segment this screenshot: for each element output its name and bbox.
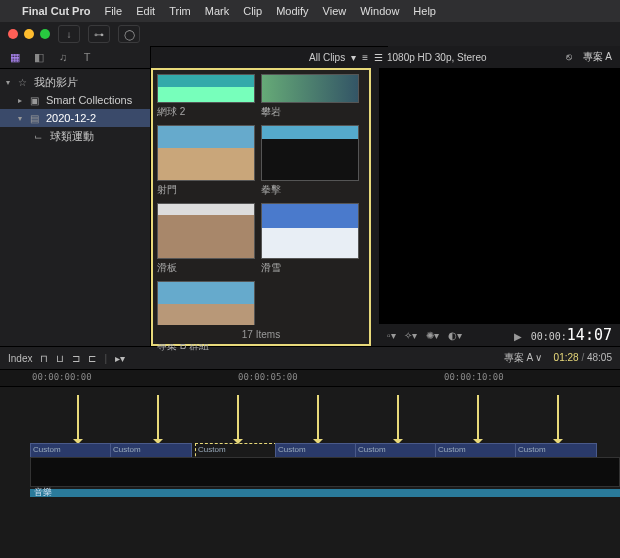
clip-thumbnail[interactable] (157, 74, 255, 103)
clip-thumbnail[interactable] (157, 125, 255, 181)
viewer-top-bar: 1080p HD 30p, Stereo ⎋ 專案 A (379, 46, 620, 68)
clip-name: 攀岩 (261, 105, 357, 119)
keyword-row[interactable]: ⌙ 球類運動 (0, 127, 150, 145)
event-icon: ▤ (30, 113, 42, 124)
render-button[interactable]: ◯ (118, 25, 140, 43)
append-clip-icon[interactable]: ⊐ (72, 353, 80, 364)
ruler-mark: 00:00:10:00 (444, 372, 504, 382)
disclosure-icon[interactable]: ▾ (18, 114, 26, 123)
annotation-arrow-icon (395, 395, 401, 449)
annotation-arrow-icon (555, 395, 561, 449)
keyword-button[interactable]: ⊶ (88, 25, 110, 43)
clip-item[interactable]: 滑雪 (261, 203, 357, 275)
browser-top-bar: All Clips ▾ ≡ ☰ (151, 46, 391, 68)
app-name[interactable]: Final Cut Pro (22, 5, 90, 17)
menu-clip[interactable]: Clip (243, 5, 262, 17)
clip-filter[interactable]: All Clips (309, 52, 345, 63)
smart-collections-label: Smart Collections (46, 94, 132, 106)
clip-browser[interactable]: ↖ 網球 2攀岩射門拳擊滑板滑雪專案 B 群組 17 Items (151, 68, 371, 346)
audio-lane[interactable]: 音樂 (30, 489, 620, 497)
chevron-down-icon[interactable]: ▾ (351, 52, 356, 63)
macos-menubar: Final Cut Pro File Edit Trim Mark Clip M… (0, 0, 620, 22)
share-icon[interactable]: ⎋ (566, 51, 572, 62)
viewer-timecode: 00:00:14:07 (531, 331, 612, 342)
insert-clip-icon[interactable]: ⊔ (56, 353, 64, 364)
photos-tab-icon[interactable]: ◧ (30, 50, 48, 64)
play-icon[interactable]: ▶ (514, 331, 522, 342)
smart-collections-row[interactable]: ▸ ▣ Smart Collections (0, 91, 150, 109)
import-button[interactable]: ↓ (58, 25, 80, 43)
zoom-button[interactable] (40, 29, 50, 39)
event-name: 2020-12-2 (46, 112, 96, 124)
library-tree: ▾ ☆ 我的影片 ▸ ▣ Smart Collections ▾ ▤ 2020-… (0, 69, 150, 149)
annotation-arrow-icon (315, 395, 321, 449)
viewer-project-name: 專案 A (583, 51, 612, 62)
titles-tab-icon[interactable]: T (78, 50, 96, 64)
clip-item[interactable]: 滑板 (157, 203, 253, 275)
audio-lane-label: 音樂 (34, 486, 52, 499)
clip-thumbnail[interactable] (261, 74, 359, 103)
clip-thumbnail[interactable] (157, 203, 255, 259)
timeline-position: 01:28 (554, 352, 579, 363)
ruler-mark: 00:00:00:00 (32, 372, 92, 382)
clip-thumbnail[interactable] (261, 203, 359, 259)
enhance-tool-icon[interactable]: ✺▾ (426, 330, 439, 341)
library-icon: ☆ (18, 77, 30, 88)
viewer-canvas[interactable] (379, 68, 620, 346)
filmstrip-view-icon[interactable]: ≡ (362, 52, 368, 63)
keyword-icon: ⌙ (34, 131, 46, 142)
event-row[interactable]: ▾ ▤ 2020-12-2 (0, 109, 150, 127)
disclosure-icon[interactable]: ▸ (18, 96, 26, 105)
menu-edit[interactable]: Edit (136, 5, 155, 17)
timeline-project-name[interactable]: 專案 A ∨ (504, 352, 543, 363)
clip-item[interactable]: 射門 (157, 125, 253, 197)
menu-window[interactable]: Window (360, 5, 399, 17)
clip-name: 拳擊 (261, 183, 357, 197)
menu-view[interactable]: View (323, 5, 347, 17)
annotation-arrow-icon (155, 395, 161, 449)
center-pane: All Clips ▾ ≡ ☰ ↖ 網球 2攀岩射門拳擊滑板滑雪專案 B 群組 … (151, 46, 620, 346)
sounds-tab-icon[interactable]: ♫ (54, 50, 72, 64)
folder-icon: ▣ (30, 95, 42, 106)
browser-item-count: 17 Items (153, 325, 369, 344)
browser-wrap: All Clips ▾ ≡ ☰ ↖ 網球 2攀岩射門拳擊滑板滑雪專案 B 群組 … (151, 46, 620, 346)
index-button[interactable]: Index (8, 353, 32, 364)
video-lane[interactable] (30, 457, 620, 487)
menu-mark[interactable]: Mark (205, 5, 229, 17)
close-button[interactable] (8, 29, 18, 39)
ruler-mark: 00:00:05:00 (238, 372, 298, 382)
main-area: ▦ ◧ ♫ T ▾ ☆ 我的影片 ▸ ▣ Smart Collections ▾… (0, 46, 620, 346)
library-tab-icon[interactable]: ▦ (6, 50, 24, 64)
disclosure-icon[interactable]: ▾ (6, 78, 14, 87)
select-tool-icon[interactable]: ▸▾ (115, 353, 125, 364)
library-row[interactable]: ▾ ☆ 我的影片 (0, 73, 150, 91)
timeline-header: Index ⊓ ⊔ ⊐ ⊏ | ▸▾ 專案 A ∨ 01:28 / 48:05 (0, 346, 620, 370)
menu-help[interactable]: Help (413, 5, 436, 17)
transform-tool-icon[interactable]: ✧▾ (404, 330, 417, 341)
timeline-body[interactable]: CustomCustomCustomCustomCustomCustomCust… (0, 387, 620, 537)
clip-name: 滑板 (157, 261, 253, 275)
sidebar: ▦ ◧ ♫ T ▾ ☆ 我的影片 ▸ ▣ Smart Collections ▾… (0, 46, 151, 346)
annotation-arrow-icon (235, 395, 241, 449)
clip-item[interactable]: 攀岩 (261, 74, 357, 119)
overwrite-clip-icon[interactable]: ⊏ (88, 353, 96, 364)
clip-name: 網球 2 (157, 105, 253, 119)
minimize-button[interactable] (24, 29, 34, 39)
clip-name: 滑雪 (261, 261, 357, 275)
clip-item[interactable]: 網球 2 (157, 74, 253, 119)
timeline-duration: 48:05 (587, 352, 612, 363)
clip-thumbnail[interactable] (261, 125, 359, 181)
clip-item[interactable]: 拳擊 (261, 125, 357, 197)
timeline-ruler[interactable]: 00:00:00:00 00:00:05:00 00:00:10:00 (0, 370, 620, 387)
menu-modify[interactable]: Modify (276, 5, 308, 17)
connect-clip-icon[interactable]: ⊓ (40, 353, 48, 364)
annotation-arrow-icon (475, 395, 481, 449)
menu-trim[interactable]: Trim (169, 5, 191, 17)
scale-menu-icon[interactable]: ▫▾ (387, 330, 396, 341)
library-name: 我的影片 (34, 75, 78, 90)
viewer-format: 1080p HD 30p, Stereo (387, 52, 487, 63)
keyword-name: 球類運動 (50, 129, 94, 144)
retime-tool-icon[interactable]: ◐▾ (448, 330, 462, 341)
menu-file[interactable]: File (104, 5, 122, 17)
annotation-arrow-icon (75, 395, 81, 449)
